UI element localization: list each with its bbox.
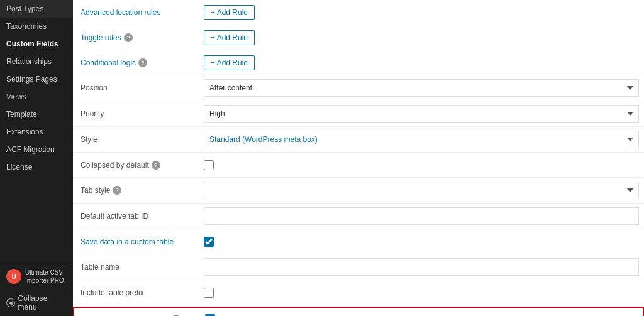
sidebar-item-license[interactable]: License	[0, 158, 73, 176]
plugin-name: Ultimate CSV Importer PRO	[25, 268, 67, 285]
collapse-icon: ◀	[6, 298, 15, 307]
label-position: Position	[73, 79, 199, 97]
add-rule-button-toggle[interactable]: + Add Rule	[204, 30, 255, 45]
label-toggle-rules: Toggle rules ?	[73, 28, 199, 47]
row-priority: Priority High Default Low	[73, 101, 644, 127]
collapsed-by-default-checkbox[interactable]	[204, 160, 214, 170]
sidebar-item-label: Template	[6, 110, 37, 119]
control-default-active-tab-id	[199, 204, 644, 229]
sidebar-item-custom-fields[interactable]: Custom Fields	[0, 35, 73, 53]
help-icon-toggle-rules[interactable]: ?	[124, 33, 133, 42]
sidebar-item-template[interactable]: Template	[0, 106, 73, 123]
row-advanced-location-rules: Advanced location rules + Add Rule	[73, 0, 644, 25]
tab-style-select[interactable]: Default Enhanced	[204, 182, 639, 199]
control-toggle-rules: + Add Rule	[199, 26, 644, 49]
sidebar-item-acf-migration[interactable]: ACF Migration	[0, 141, 73, 158]
label-conditional-logic: Conditional logic ?	[73, 53, 199, 72]
help-icon-collapsed[interactable]: ?	[152, 161, 160, 170]
default-active-tab-id-input[interactable]	[204, 207, 639, 225]
sidebar-item-label: ACF Migration	[6, 145, 55, 154]
control-style: Standard (WordPress meta box) Seamless (…	[199, 127, 644, 152]
label-priority: Priority	[73, 104, 199, 123]
sidebar-item-label: Post Types	[6, 4, 43, 13]
label-save-data-custom-table: Save data in a custom table	[73, 232, 199, 251]
main-content: Advanced location rules + Add Rule Toggl…	[73, 0, 644, 316]
plugin-item[interactable]: U Ultimate CSV Importer PRO	[0, 263, 73, 290]
position-select[interactable]: After content Before content Normal Side	[204, 79, 639, 97]
sidebar-item-label: Taxonomies	[6, 22, 47, 31]
sidebar-item-label: Custom Fields	[6, 40, 58, 48]
label-advanced-location-rules: Advanced location rules	[73, 3, 199, 22]
add-rule-button-advanced[interactable]: + Add Rule	[204, 5, 255, 20]
control-advanced-location-rules: + Add Rule	[199, 1, 644, 24]
label-create-table-automatically: Create table automatically ?	[74, 310, 200, 316]
row-toggle-rules: Toggle rules ? + Add Rule	[73, 25, 644, 50]
control-conditional-logic: + Add Rule	[199, 52, 644, 74]
control-include-table-prefix	[199, 284, 644, 302]
priority-select[interactable]: High Default Low	[204, 105, 639, 123]
control-tab-style: Default Enhanced	[199, 178, 644, 203]
help-icon-tab-style[interactable]: ?	[113, 186, 121, 195]
save-data-custom-table-checkbox[interactable]	[204, 237, 214, 247]
row-position: Position After content Before content No…	[73, 75, 644, 101]
sidebar-item-label: Settings Pages	[6, 75, 57, 84]
sidebar-item-label: License	[6, 163, 32, 172]
label-style: Style	[73, 130, 199, 149]
label-collapsed-by-default: Collapsed by default ?	[73, 156, 199, 175]
sidebar: Post Types Taxonomies Custom Fields Rela…	[0, 0, 73, 316]
row-default-active-tab-id: Default active tab ID	[73, 204, 644, 229]
sidebar-bottom: U Ultimate CSV Importer PRO ◀ Collapse m…	[0, 263, 73, 316]
collapse-menu-item[interactable]: ◀ Collapse menu	[0, 290, 73, 316]
label-tab-style: Tab style ?	[73, 181, 199, 200]
row-save-data-custom-table: Save data in a custom table	[73, 229, 644, 254]
sidebar-item-post-types[interactable]: Post Types	[0, 0, 73, 18]
control-create-table-automatically	[200, 310, 643, 316]
row-collapsed-by-default: Collapsed by default ?	[73, 153, 644, 178]
row-include-table-prefix: Include table prefix	[73, 280, 644, 305]
row-table-name: Table name	[73, 254, 644, 280]
style-select[interactable]: Standard (WordPress meta box) Seamless (…	[204, 131, 639, 148]
label-table-name: Table name	[73, 258, 199, 276]
row-tab-style: Tab style ? Default Enhanced	[73, 178, 644, 204]
table-name-input[interactable]	[204, 258, 639, 276]
add-rule-button-conditional[interactable]: + Add Rule	[204, 55, 255, 70]
sidebar-item-views[interactable]: Views	[0, 88, 73, 106]
plugin-icon: U	[6, 269, 21, 284]
include-table-prefix-checkbox[interactable]	[204, 288, 214, 298]
control-priority: High Default Low	[199, 101, 644, 126]
sidebar-item-extensions[interactable]: Extensions	[0, 123, 73, 141]
label-include-table-prefix: Include table prefix	[73, 283, 199, 302]
row-style: Style Standard (WordPress meta box) Seam…	[73, 127, 644, 153]
row-conditional-logic: Conditional logic ? + Add Rule	[73, 50, 644, 75]
collapse-label: Collapse menu	[18, 294, 67, 312]
control-collapsed-by-default	[199, 156, 644, 174]
sidebar-item-label: Relationships	[6, 57, 52, 66]
sidebar-item-label: Extensions	[6, 128, 43, 136]
control-position: After content Before content Normal Side	[199, 75, 644, 101]
label-default-active-tab-id: Default active tab ID	[73, 207, 199, 226]
control-table-name	[199, 254, 644, 280]
control-save-data-custom-table	[199, 233, 644, 251]
row-create-table-automatically: Create table automatically ?	[73, 307, 644, 316]
sidebar-item-relationships[interactable]: Relationships	[0, 53, 73, 70]
help-icon-conditional-logic[interactable]: ?	[138, 58, 147, 67]
sidebar-item-taxonomies[interactable]: Taxonomies	[0, 18, 73, 35]
sidebar-item-settings-pages[interactable]: Settings Pages	[0, 70, 73, 88]
sidebar-item-label: Views	[6, 92, 26, 101]
